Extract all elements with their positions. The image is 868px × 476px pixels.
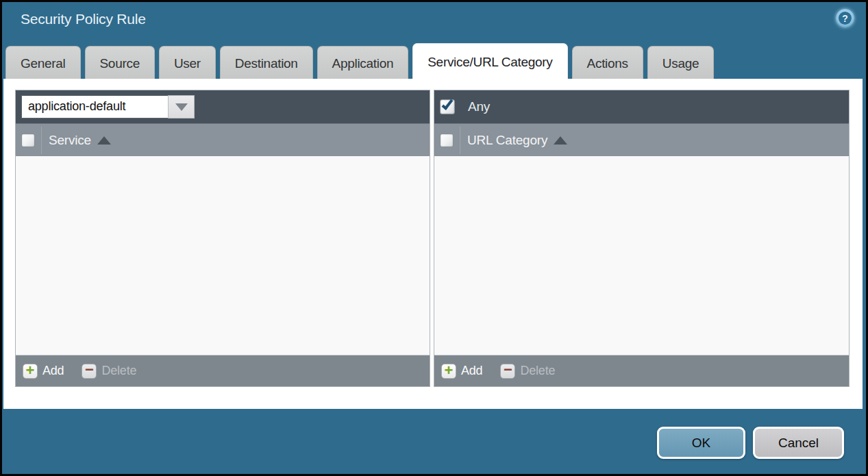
- security-policy-rule-dialog: Security Policy Rule ? General Source Us…: [0, 0, 868, 476]
- tab-application[interactable]: Application: [317, 46, 409, 80]
- tab-usage[interactable]: Usage: [647, 46, 714, 80]
- add-service-button[interactable]: + Add: [23, 364, 64, 379]
- service-panel: application-default Service + Add: [15, 90, 430, 387]
- service-toolbar: application-default: [16, 90, 430, 123]
- dialog-title: Security Policy Rule: [21, 11, 146, 27]
- chevron-down-icon: [175, 103, 188, 111]
- minus-icon: −: [500, 364, 515, 379]
- header-divider: [41, 127, 42, 154]
- any-checkbox[interactable]: [440, 99, 455, 114]
- plus-icon: +: [23, 364, 38, 379]
- any-label: Any: [468, 99, 490, 114]
- minus-icon: −: [82, 364, 97, 379]
- cancel-button[interactable]: Cancel: [753, 427, 844, 459]
- tab-service-url-category[interactable]: Service/URL Category: [412, 43, 567, 80]
- select-all-services-checkbox[interactable]: [21, 134, 35, 147]
- tab-source[interactable]: Source: [85, 46, 155, 80]
- add-url-category-label: Add: [461, 364, 482, 378]
- add-service-label: Add: [42, 364, 64, 378]
- url-category-list[interactable]: [434, 156, 849, 355]
- delete-url-category-button[interactable]: − Delete: [500, 364, 555, 379]
- sort-ascending-icon[interactable]: [554, 136, 567, 145]
- service-type-dropdown[interactable]: application-default: [21, 95, 195, 118]
- add-url-category-button[interactable]: + Add: [441, 364, 482, 379]
- url-category-panel: Any URL Category + Add − Delete: [434, 90, 850, 387]
- tab-destination[interactable]: Destination: [220, 46, 313, 80]
- service-type-value[interactable]: application-default: [21, 95, 168, 118]
- plus-icon: +: [441, 364, 456, 379]
- tab-user[interactable]: User: [159, 46, 216, 80]
- help-icon-glyph: ?: [839, 12, 852, 25]
- header-divider: [460, 127, 460, 154]
- help-icon[interactable]: ?: [836, 9, 854, 27]
- url-category-footer: + Add − Delete: [434, 355, 849, 386]
- url-category-column-header-row: URL Category: [434, 123, 849, 156]
- tab-general[interactable]: General: [5, 46, 81, 80]
- service-list[interactable]: [16, 156, 430, 355]
- delete-url-category-label: Delete: [520, 364, 555, 378]
- dialog-body: application-default Service + Add: [3, 79, 863, 409]
- tab-bar: General Source User Destination Applicat…: [5, 43, 714, 80]
- ok-button[interactable]: OK: [657, 427, 745, 459]
- url-category-toolbar: Any: [434, 90, 849, 123]
- delete-service-button[interactable]: − Delete: [82, 364, 136, 379]
- select-all-url-categories-checkbox[interactable]: [440, 134, 454, 147]
- url-category-column-header[interactable]: URL Category: [467, 133, 547, 148]
- service-column-header[interactable]: Service: [49, 133, 91, 148]
- delete-service-label: Delete: [101, 364, 136, 378]
- tab-actions[interactable]: Actions: [572, 46, 643, 80]
- checkmark-icon: [442, 97, 454, 110]
- service-footer: + Add − Delete: [16, 355, 430, 386]
- dropdown-button[interactable]: [168, 95, 195, 118]
- sort-ascending-icon[interactable]: [97, 136, 111, 145]
- service-column-header-row: Service: [16, 123, 430, 156]
